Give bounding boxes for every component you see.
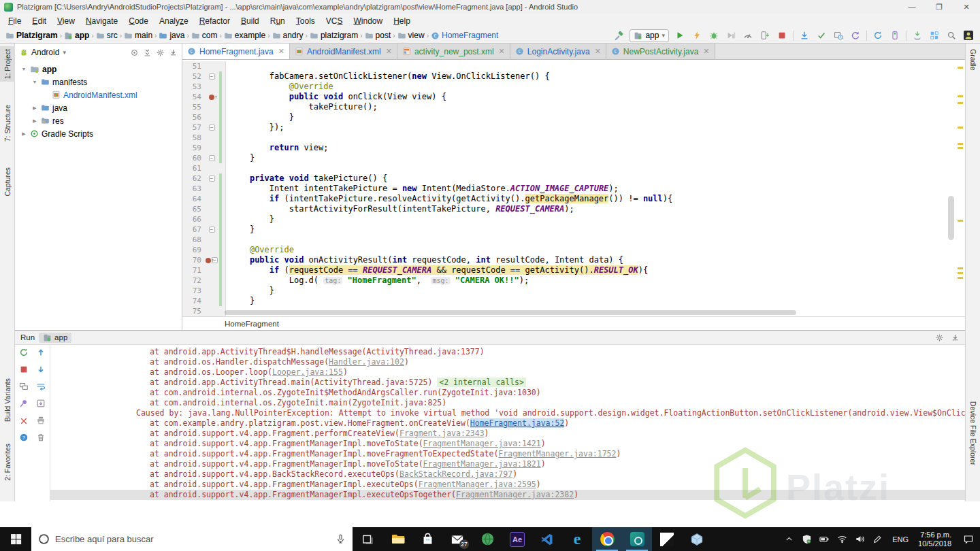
tree-chevron-icon[interactable]: ▶ xyxy=(31,118,38,124)
error-stripe-mark[interactable] xyxy=(958,147,963,149)
menu-edit[interactable]: Edit xyxy=(27,15,52,27)
gear-icon[interactable] xyxy=(156,48,165,57)
editor-tab-loginactivity-java[interactable]: CLoginActivity.java✕ xyxy=(510,44,606,59)
code-line[interactable]: 74 } xyxy=(182,296,965,306)
menu-code[interactable]: Code xyxy=(123,15,154,27)
code-line[interactable]: 54 public void onClick(View view) { xyxy=(182,92,965,102)
menu-vcs[interactable]: VCS xyxy=(321,15,348,27)
error-stripe-mark[interactable] xyxy=(958,127,963,129)
rerun-button[interactable] xyxy=(19,348,29,360)
update-project-button[interactable] xyxy=(798,29,811,41)
code-line[interactable]: 57− }); xyxy=(182,122,965,133)
horizontal-scrollbar[interactable] xyxy=(225,310,796,315)
menu-refactor[interactable]: Refactor xyxy=(194,15,235,27)
error-stripe-mark[interactable] xyxy=(958,143,963,145)
console-line[interactable]: at android.support.v4.app.FragmentManage… xyxy=(50,459,965,469)
console-import-button[interactable] xyxy=(36,399,46,411)
run-tab-app[interactable]: app xyxy=(39,333,71,343)
error-stripe-mark[interactable] xyxy=(958,267,963,269)
tree-chevron-icon[interactable]: ▶ xyxy=(31,105,38,111)
tab-close-icon[interactable]: ✕ xyxy=(499,47,505,56)
sdk-manager-button[interactable] xyxy=(911,29,924,41)
console-line[interactable]: at android.support.v4.app.FragmentManage… xyxy=(50,480,965,490)
fold-marker-icon[interactable]: − xyxy=(209,124,215,131)
tree-item-androidmanifest-xml[interactable]: AndroidManifest.xml xyxy=(15,88,182,101)
profile-button[interactable] xyxy=(725,29,737,41)
help-button[interactable]: ? xyxy=(19,433,29,445)
code-line[interactable]: 73 } xyxy=(182,286,965,296)
rollback-button[interactable] xyxy=(849,29,862,41)
tool-strip-gradle[interactable]: Gradle xyxy=(966,46,980,73)
code-line[interactable]: 62− private void takePicture() { xyxy=(182,173,965,184)
breadcrumb-item-java[interactable]: java xyxy=(159,31,184,40)
restore-button[interactable]: ❐ xyxy=(926,0,953,14)
up-button[interactable] xyxy=(36,348,46,360)
code-line[interactable]: 60− } xyxy=(182,153,965,163)
tray-volume[interactable] xyxy=(851,534,868,544)
run-console[interactable]: at android.app.ActivityThread$H.handleMe… xyxy=(50,345,965,501)
minimize-button[interactable]: — xyxy=(898,0,926,14)
breadcrumb-item-example[interactable]: example xyxy=(224,31,265,40)
tray-pen[interactable] xyxy=(869,535,885,544)
code-line[interactable]: 58 xyxy=(182,133,965,143)
profiler-button[interactable] xyxy=(742,29,754,41)
breadcrumb-item-post[interactable]: post xyxy=(365,31,391,40)
tool-strip-build-variants[interactable]: Build Variants xyxy=(0,375,15,424)
menu-tools[interactable]: Tools xyxy=(291,15,321,27)
console-line[interactable]: at com.android.internal.os.ZygoteInit$Me… xyxy=(50,388,965,398)
clear-button[interactable] xyxy=(36,433,46,445)
tree-item-manifests[interactable]: ▼manifests xyxy=(15,76,182,88)
error-stripe-mark[interactable] xyxy=(958,102,963,104)
attach-debugger-button[interactable] xyxy=(759,29,771,41)
stop-button[interactable] xyxy=(776,29,788,41)
hide-panel-icon[interactable] xyxy=(951,333,960,342)
vertical-scrollbar[interactable] xyxy=(948,196,954,240)
error-stripe-mark[interactable] xyxy=(958,277,963,279)
editor-breadcrumb[interactable]: HomeFragment xyxy=(182,316,965,330)
taskbar-after-effects-button[interactable]: Ae xyxy=(502,527,532,551)
code-line[interactable]: 55 takePicture(); xyxy=(182,102,965,112)
breadcrumb-item-src[interactable]: src xyxy=(96,31,118,40)
tree-item-res[interactable]: ▶res xyxy=(15,114,182,127)
stop-button[interactable] xyxy=(19,365,29,377)
breadcrumb-item-andry[interactable]: andry xyxy=(272,31,304,40)
apply-changes-button[interactable] xyxy=(691,29,703,41)
menu-view[interactable]: View xyxy=(52,15,80,27)
close-button[interactable]: ✕ xyxy=(953,0,980,14)
taskbar-3d-viewer-button[interactable] xyxy=(682,527,712,551)
fold-marker-icon[interactable]: − xyxy=(209,176,215,182)
tree-item-app[interactable]: ▼app xyxy=(15,63,182,76)
profile-avatar-button[interactable] xyxy=(962,29,975,41)
softwrap-button[interactable] xyxy=(36,382,46,394)
collapse-all-icon[interactable] xyxy=(143,48,152,57)
console-line[interactable]: at android.os.Looper.loop(Looper.java:15… xyxy=(50,367,965,378)
start-button[interactable] xyxy=(0,527,31,551)
hide-panel-icon[interactable] xyxy=(169,48,178,57)
menu-navigate[interactable]: Navigate xyxy=(80,15,123,27)
menu-window[interactable]: Window xyxy=(348,15,388,27)
code-line[interactable]: 65 startActivityForResult(intentTakePict… xyxy=(182,204,965,214)
taskbar-chrome-button[interactable] xyxy=(592,527,622,551)
tool-strip--structure[interactable]: 7: Structure xyxy=(0,102,15,144)
project-structure-button[interactable] xyxy=(928,29,941,41)
close-button[interactable] xyxy=(20,416,28,428)
code-line[interactable]: 69 @Override xyxy=(182,245,965,255)
override-marker-icon[interactable] xyxy=(206,258,211,263)
menu-file[interactable]: File xyxy=(3,15,27,27)
tree-chevron-icon[interactable]: ▼ xyxy=(20,67,27,71)
build-hammer-icon[interactable] xyxy=(612,29,625,41)
code-line[interactable]: 52− fabCamera.setOnClickListener(new Vie… xyxy=(182,71,965,82)
taskbar-android-studio-button[interactable] xyxy=(622,527,652,551)
avd-manager-button[interactable] xyxy=(889,29,901,41)
taskbar-notepad-button[interactable] xyxy=(652,527,682,551)
tool-strip-device-file-explorer[interactable]: Device File Explorer xyxy=(966,399,980,468)
console-line[interactable]: at com.example.andry.platzigram.post.vie… xyxy=(50,418,965,429)
code-line[interactable]: 66 } xyxy=(182,214,965,224)
code-line[interactable]: 64 if (intentTakePicture.resolveActivity… xyxy=(182,194,965,204)
fold-marker-icon[interactable]: − xyxy=(209,227,215,233)
taskbar-globe-button[interactable] xyxy=(472,527,502,551)
taskbar-search[interactable]: Escribe aquí para buscar xyxy=(31,527,353,551)
editor-tab-androidmanifest-xml[interactable]: AndroidManifest.xml✕ xyxy=(290,44,397,59)
taskbar-vscode-button[interactable] xyxy=(532,527,562,551)
tab-close-icon[interactable]: ✕ xyxy=(595,47,601,56)
